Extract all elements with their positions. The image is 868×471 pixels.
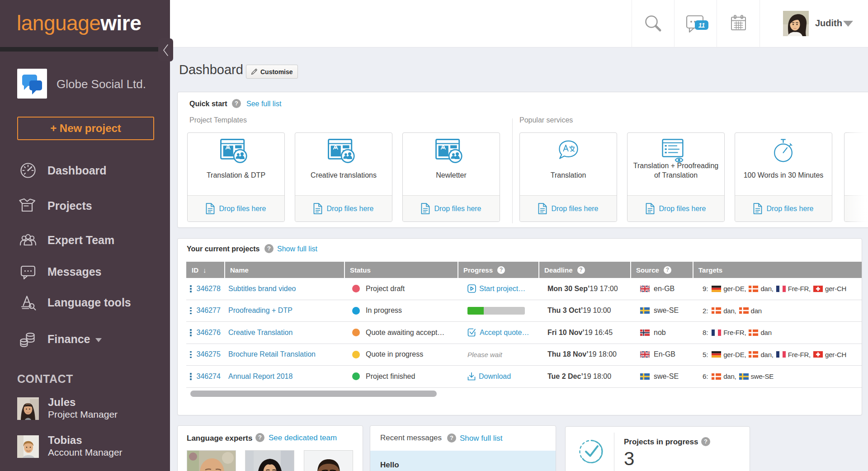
row-menu-icon[interactable] [190, 329, 192, 336]
service-card-translation-proofreading[interactable]: Translation + Proofreading of Translatio… [627, 132, 725, 222]
table-row: 346277Proofreading + DTPIn progressThu 3… [186, 300, 862, 322]
horizontal-scrollbar[interactable] [190, 391, 437, 397]
project-name-link[interactable]: Annual Report 2018 [228, 372, 292, 381]
see-full-list-link[interactable]: See full list [246, 100, 281, 108]
service-card-translation[interactable]: Translation Drop files here [519, 132, 617, 222]
help-icon[interactable]: ? [577, 266, 585, 274]
table-body: 346278Subtitles brand videoProject draft… [186, 278, 862, 388]
drop-files-zone[interactable]: Drop files here [295, 195, 392, 221]
drop-files-zone[interactable]: Drop files here [520, 195, 617, 221]
row-menu-icon[interactable] [190, 351, 192, 358]
avatar-tobias [17, 435, 39, 458]
help-icon[interactable]: ? [232, 99, 241, 108]
help-icon[interactable]: ? [664, 266, 671, 274]
sidebar-item-messages[interactable]: Messages [0, 261, 170, 283]
project-name-link[interactable]: Proofreading + DTP [228, 306, 292, 315]
avatar-jules [17, 397, 39, 420]
progress-action-link[interactable]: Accept quote… [467, 328, 529, 337]
sidebar-item-expert-team[interactable]: Expert Team [0, 229, 170, 251]
progress-action-link[interactable]: Download [467, 372, 511, 381]
flag-denmark-icon [739, 307, 749, 314]
help-icon[interactable]: ? [255, 433, 264, 442]
column-header-targets[interactable]: Targets [693, 262, 862, 278]
row-menu-icon[interactable] [190, 373, 192, 380]
in-progress-count: 3 [624, 448, 634, 470]
people-icon [18, 230, 38, 250]
help-icon[interactable]: ? [447, 433, 456, 443]
service-card-100-words[interactable]: 100 Words in 30 Minutes Drop files here [735, 132, 832, 222]
show-full-list-link[interactable]: Show full list [460, 434, 502, 443]
chevron-left-icon [161, 42, 170, 58]
stopwatch-icon [735, 137, 832, 165]
drop-files-zone[interactable]: Drop files here [403, 195, 500, 221]
column-header-deadline[interactable]: Deadline? [539, 262, 631, 278]
customise-button[interactable]: Customise [246, 65, 298, 79]
status-label: Project draft [366, 285, 405, 293]
sidebar-collapse-button[interactable] [158, 38, 173, 61]
row-menu-icon[interactable] [190, 285, 192, 292]
message-count-badge: 11 [695, 20, 708, 30]
avatar-judith[interactable] [783, 11, 809, 36]
flag-germany-icon [712, 286, 721, 292]
expert-photo-3[interactable] [304, 450, 353, 471]
project-name-link[interactable]: Subtitles brand video [228, 285, 296, 293]
project-name-link[interactable]: Brochure Retail Translation [228, 350, 316, 358]
project-id-link[interactable]: 346278 [197, 285, 221, 293]
project-id-link[interactable]: 346274 [197, 372, 221, 381]
sort-desc-icon: ↓ [203, 266, 207, 274]
expert-photo-1[interactable] [187, 450, 236, 471]
calendar-icon[interactable] [730, 14, 747, 33]
sidebar-item-finance[interactable]: Finance [0, 328, 170, 350]
project-id-link[interactable]: 346275 [197, 350, 221, 358]
table-header-row: ID↓NameStatusProgress?Deadline?Source?Ta… [186, 262, 862, 278]
show-full-list-link[interactable]: Show full list [277, 245, 317, 253]
contact-tobias[interactable]: Tobias Account Manager [17, 435, 166, 459]
flag-uk-icon [640, 286, 650, 292]
search-icon[interactable] [644, 14, 663, 35]
column-header-progress[interactable]: Progress? [458, 262, 539, 278]
column-header-source[interactable]: Source? [631, 262, 693, 278]
project-name-link[interactable]: Creative Translation [228, 329, 292, 337]
flag-france-icon [776, 351, 786, 358]
sidebar-item-language-tools[interactable]: Language tools [0, 292, 170, 313]
target-count: 5: [703, 351, 708, 358]
row-menu-icon[interactable] [190, 307, 192, 315]
pencil-icon [251, 68, 258, 75]
contact-jules[interactable]: Jules Project Manager [17, 397, 166, 421]
column-header-status[interactable]: Status [344, 262, 458, 278]
sidebar-item-projects[interactable]: Projects [0, 195, 170, 217]
flag-denmark-icon [712, 307, 721, 314]
message-list-item[interactable]: Hello [370, 451, 556, 471]
template-card-creative-translations[interactable]: Creative translations Drop files here [295, 132, 392, 222]
target-language: dan, [712, 307, 736, 315]
sidebar-item-dashboard[interactable]: Dashboard [0, 160, 170, 181]
experts-title: Language experts [187, 434, 253, 443]
new-project-button[interactable]: + New project [17, 117, 154, 140]
expert-photo-2[interactable] [245, 450, 294, 471]
target-count: 9: [703, 285, 708, 292]
target-languages: 6:dan,swe-SE [693, 372, 862, 380]
column-header-id[interactable]: ID↓ [186, 262, 225, 278]
template-card-translation-dtp[interactable]: Translation & DTP Drop files here [187, 132, 285, 222]
target-language: ger-CH [813, 285, 846, 292]
project-id-link[interactable]: 346276 [197, 329, 221, 337]
company-logo [17, 69, 47, 99]
user-menu[interactable]: Judith [815, 18, 842, 28]
template-card-newletter[interactable]: Newletter Drop files here [402, 132, 500, 222]
see-dedicated-team-link[interactable]: See dedicated team [269, 433, 337, 443]
status-label: In progress [366, 306, 402, 315]
topbar-divider [674, 0, 675, 47]
help-icon[interactable]: ? [264, 244, 274, 253]
flag-denmark-icon [749, 330, 758, 336]
drop-files-zone[interactable]: Drop files here [627, 195, 724, 221]
project-id-link[interactable]: 346277 [197, 306, 221, 315]
target-languages: 9:ger-DE,dan,Fre-FR,ger-CH [693, 285, 862, 292]
chevron-down-icon[interactable] [843, 21, 853, 27]
drop-files-zone[interactable]: Drop files here [735, 195, 832, 221]
gauge-icon [18, 160, 38, 180]
help-icon[interactable]: ? [497, 266, 505, 274]
column-header-name[interactable]: Name [225, 262, 344, 278]
progress-action-link[interactable]: Start project… [467, 284, 525, 293]
drop-files-zone[interactable]: Drop files here [188, 195, 284, 221]
help-icon[interactable]: ? [701, 437, 710, 446]
